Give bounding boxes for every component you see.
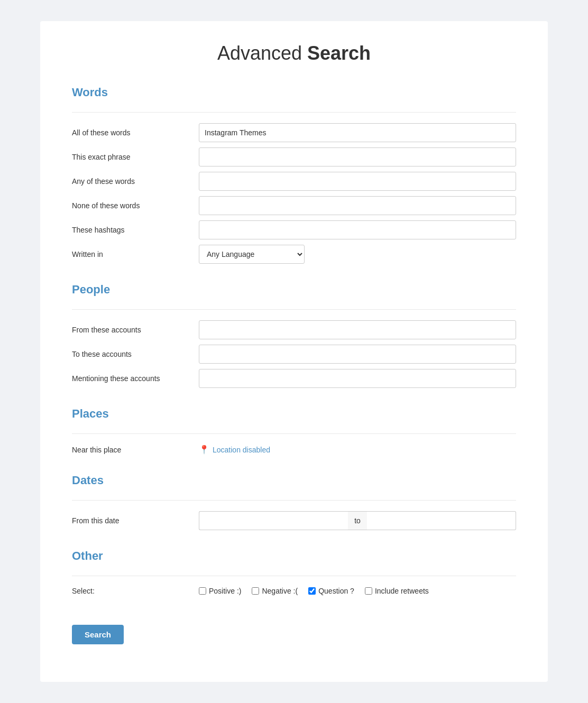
from-this-date-label: From this date (72, 516, 199, 525)
location-pin-icon: 📍 (199, 445, 209, 455)
checkboxes-container: Positive :) Negative :( Question ? Inclu… (199, 587, 429, 595)
page-title: Advanced Search (72, 42, 516, 64)
these-hashtags-label: These hashtags (72, 226, 199, 234)
to-accounts-row: To these accounts (72, 345, 516, 364)
people-divider (72, 309, 516, 310)
written-in-row: Written in Any Language English Spanish … (72, 245, 516, 264)
question-checkbox[interactable] (308, 587, 316, 595)
people-section-title: People (72, 283, 516, 300)
location-disabled-text: Location disabled (213, 446, 270, 454)
date-range-container: to (199, 511, 516, 530)
location-link[interactable]: 📍 Location disabled (199, 445, 270, 455)
positive-label: Positive :) (209, 587, 241, 595)
select-label: Select: (72, 587, 199, 595)
all-of-these-words-input[interactable] (199, 123, 516, 142)
dates-divider (72, 500, 516, 501)
date-to-label: to (348, 511, 367, 530)
positive-checkbox-item[interactable]: Positive :) (199, 587, 241, 595)
exact-phrase-input[interactable] (199, 147, 516, 166)
near-this-place-row: Near this place 📍 Location disabled (72, 445, 516, 455)
question-label: Question ? (318, 587, 354, 595)
places-section-title: Places (72, 407, 516, 424)
from-this-date-row: From this date to (72, 511, 516, 530)
positive-checkbox[interactable] (199, 587, 206, 595)
places-divider (72, 433, 516, 434)
retweets-checkbox[interactable] (365, 587, 372, 595)
search-button[interactable]: Search (72, 625, 124, 644)
select-checkboxes-row: Select: Positive :) Negative :( Question… (72, 587, 516, 595)
none-of-these-words-label: None of these words (72, 201, 199, 210)
dates-section-title: Dates (72, 474, 516, 491)
negative-checkbox[interactable] (252, 587, 259, 595)
to-accounts-input[interactable] (199, 345, 516, 364)
negative-checkbox-item[interactable]: Negative :( (252, 587, 298, 595)
mentioning-accounts-label: Mentioning these accounts (72, 374, 199, 383)
words-section: Words All of these words This exact phra… (72, 86, 516, 264)
retweets-label: Include retweets (375, 587, 429, 595)
words-section-title: Words (72, 86, 516, 103)
written-in-label: Written in (72, 250, 199, 258)
written-in-select[interactable]: Any Language English Spanish French Germ… (199, 245, 305, 264)
mentioning-accounts-row: Mentioning these accounts (72, 369, 516, 388)
question-checkbox-item[interactable]: Question ? (308, 587, 354, 595)
main-container: Advanced Search Words All of these words… (40, 21, 548, 682)
dates-section: Dates From this date to (72, 474, 516, 530)
from-accounts-row: From these accounts (72, 320, 516, 339)
near-this-place-label: Near this place (72, 446, 199, 454)
words-divider (72, 112, 516, 113)
date-to-input[interactable] (367, 511, 516, 530)
none-of-these-words-row: None of these words (72, 196, 516, 215)
people-section: People From these accounts To these acco… (72, 283, 516, 388)
these-hashtags-input[interactable] (199, 220, 516, 239)
from-accounts-label: From these accounts (72, 326, 199, 334)
any-of-these-words-input[interactable] (199, 172, 516, 191)
all-of-these-words-label: All of these words (72, 128, 199, 137)
any-of-these-words-row: Any of these words (72, 172, 516, 191)
date-from-input[interactable] (199, 511, 348, 530)
negative-label: Negative :( (262, 587, 298, 595)
exact-phrase-label: This exact phrase (72, 153, 199, 161)
any-of-these-words-label: Any of these words (72, 177, 199, 186)
other-divider (72, 576, 516, 576)
none-of-these-words-input[interactable] (199, 196, 516, 215)
exact-phrase-row: This exact phrase (72, 147, 516, 166)
retweets-checkbox-item[interactable]: Include retweets (365, 587, 429, 595)
other-section-title: Other (72, 549, 516, 566)
these-hashtags-row: These hashtags (72, 220, 516, 239)
to-accounts-label: To these accounts (72, 350, 199, 358)
from-accounts-input[interactable] (199, 320, 516, 339)
mentioning-accounts-input[interactable] (199, 369, 516, 388)
other-section: Other Select: Positive :) Negative :( Qu… (72, 549, 516, 595)
places-section: Places Near this place 📍 Location disabl… (72, 407, 516, 455)
all-of-these-words-row: All of these words (72, 123, 516, 142)
